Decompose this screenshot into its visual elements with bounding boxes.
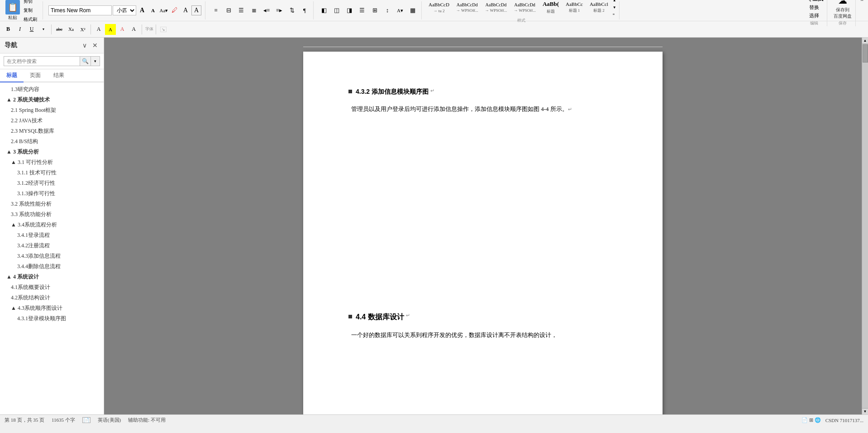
indent-decrease-btn[interactable]: ◂≡ bbox=[261, 5, 272, 16]
right-scroll-down[interactable]: ▼ bbox=[862, 408, 868, 414]
nav-search-input[interactable] bbox=[4, 56, 80, 66]
nav-item-3-4-2[interactable]: 3.4.2注册流程 bbox=[0, 241, 104, 251]
style-item-heading2[interactable]: AaBbCcl 标题 2 bbox=[587, 0, 611, 15]
strikethrough-button[interactable]: abc bbox=[54, 24, 65, 35]
font-size-select[interactable]: 小四 小三 四号 三号 bbox=[113, 5, 136, 15]
select-label[interactable]: 选择 bbox=[809, 12, 819, 19]
section-432-bullet bbox=[348, 90, 352, 93]
replace-btn-row[interactable]: 替换 bbox=[809, 4, 819, 11]
styles-expand[interactable]: ≡ bbox=[613, 12, 616, 16]
subscript-button[interactable]: X₂ bbox=[66, 24, 76, 35]
borders-btn[interactable]: ▦ bbox=[407, 5, 419, 16]
cut-button[interactable]: 剪切 bbox=[22, 0, 39, 5]
font-special-btn[interactable]: A bbox=[191, 5, 201, 15]
nav-item-3-4-4[interactable]: 3.4.4删除信息流程 bbox=[0, 261, 104, 272]
format-paint-button[interactable]: 格式刷 bbox=[22, 15, 39, 24]
view-layout-icon[interactable]: ⊞ bbox=[809, 417, 813, 423]
superscript-button[interactable]: X² bbox=[77, 24, 88, 35]
underline-button[interactable]: U bbox=[26, 24, 37, 35]
font-color2-button[interactable]: A bbox=[117, 24, 128, 35]
nav-search-button[interactable]: 🔍 bbox=[80, 56, 91, 66]
save-label[interactable]: 保存到百度网盘 bbox=[834, 7, 852, 19]
styles-scroll-up[interactable]: ▲ bbox=[613, 0, 616, 2]
nav-item-2-3[interactable]: 2.3 MYSQL数据库 bbox=[0, 126, 104, 136]
find-label[interactable]: 查找 bbox=[812, 0, 823, 3]
nav-item-2[interactable]: ▲2 系统关键技术 bbox=[0, 95, 104, 105]
cols-btn[interactable]: ⊞ bbox=[369, 5, 381, 16]
align-right-btn[interactable]: ◨ bbox=[343, 5, 355, 16]
style-item-wps1[interactable]: AaBbCcDd → WPSOff... bbox=[453, 0, 482, 14]
font-highlight-button[interactable]: A bbox=[105, 24, 116, 35]
nav-item-2-1[interactable]: 2.1 Spring Boot框架 bbox=[0, 105, 104, 115]
list-outline-btn[interactable]: ≣ bbox=[248, 5, 260, 16]
nav-item-2-4[interactable]: 2.4 B/S结构 bbox=[0, 136, 104, 147]
nav-tab-pages[interactable]: 页面 bbox=[24, 69, 47, 82]
nav-item-3-3[interactable]: 3.3 系统功能分析 bbox=[0, 209, 104, 220]
style-item-heading[interactable]: AaBb( 标题 bbox=[539, 0, 562, 16]
indent-increase-btn[interactable]: ≡▸ bbox=[273, 5, 285, 16]
bold-button[interactable]: B bbox=[3, 24, 14, 35]
font-color-a-button[interactable]: A bbox=[93, 24, 104, 35]
nav-item-3-1-1[interactable]: 3.1.1 技术可行性 bbox=[0, 168, 104, 178]
list-ordered-btn[interactable]: ⊟ bbox=[223, 5, 234, 16]
font-color-btn1[interactable]: A bbox=[181, 5, 191, 15]
paste-button[interactable]: 📋 粘贴 bbox=[5, 0, 20, 21]
font-section-expand[interactable]: ↘ bbox=[160, 27, 167, 32]
nav-collapse-btn[interactable]: ∨ bbox=[81, 41, 88, 49]
font-case-btn[interactable]: Aa▾ bbox=[159, 5, 169, 15]
style-item-heading1[interactable]: AaBbCc 标题 1 bbox=[563, 0, 586, 15]
font-name-input[interactable] bbox=[48, 5, 112, 15]
nav-item-3-1-3[interactable]: 3.1.3操作可行性 bbox=[0, 188, 104, 199]
nav-item-4-1[interactable]: 4.1系统概要设计 bbox=[0, 282, 104, 293]
align-justify-btn[interactable]: ☰ bbox=[356, 5, 368, 16]
char-spacing-button[interactable]: A bbox=[129, 24, 139, 35]
styles-scroll-down[interactable]: ▼ bbox=[613, 5, 616, 10]
nav-item-3-4[interactable]: ▲3.4系统流程分析 bbox=[0, 220, 104, 230]
nav-item-2-2[interactable]: 2.2 JAVA技术 bbox=[0, 115, 104, 126]
sort-btn[interactable]: ⇅ bbox=[286, 5, 298, 16]
right-scroll-thumb[interactable] bbox=[863, 44, 868, 63]
paragraph-row1: ≡ ⊟ ☰ ≣ ◂≡ ≡▸ ⇅ ¶ bbox=[210, 5, 310, 16]
align-left-btn[interactable]: ◧ bbox=[318, 5, 330, 16]
list-multi-btn[interactable]: ☰ bbox=[235, 5, 247, 16]
nav-item-3-4-3[interactable]: 3.4.3添加信息流程 bbox=[0, 251, 104, 261]
nav-item-3-2[interactable]: 3.2 系统性能分析 bbox=[0, 199, 104, 209]
nav-search-dropdown[interactable]: ▾ bbox=[91, 56, 100, 66]
nav-tab-results[interactable]: 结果 bbox=[47, 69, 71, 82]
nav-item-3[interactable]: ▲3 系统分析 bbox=[0, 147, 104, 157]
doc-area[interactable]: 4.3.2 添加信息模块顺序图 ↵ 管理员以及用户登录后均可进行添加信息操作，添… bbox=[104, 38, 862, 414]
nav-item-4-3[interactable]: ▲4.3系统顺序图设计 bbox=[0, 303, 104, 313]
nav-item-4-2[interactable]: 4.2系统结构设计 bbox=[0, 293, 104, 303]
page-info: 第 18 页，共 35 页 bbox=[5, 417, 44, 423]
view-web-icon[interactable]: 🌐 bbox=[815, 417, 821, 423]
align-center-btn[interactable]: ◫ bbox=[331, 5, 343, 16]
italic-button[interactable]: I bbox=[14, 24, 25, 35]
toolbar-collapse-btn[interactable]: ∧ bbox=[858, 0, 865, 2]
font-shrink-btn[interactable]: A bbox=[148, 5, 158, 15]
style-item-tu2[interactable]: AaBbCcD → tu 2 bbox=[425, 0, 453, 14]
para-shading-btn[interactable]: A▾ bbox=[394, 5, 406, 16]
list-unordered-btn[interactable]: ≡ bbox=[210, 5, 222, 16]
nav-item-4-3-1[interactable]: 4.3.1登录模块顺序图 bbox=[0, 313, 104, 324]
copy-button[interactable]: 复制 bbox=[22, 6, 39, 14]
select-btn-row[interactable]: 选择 bbox=[809, 12, 819, 19]
show-marks-btn[interactable]: ¶ bbox=[299, 5, 310, 16]
right-scroll-up[interactable]: ▲ bbox=[862, 38, 868, 44]
replace-label[interactable]: 替换 bbox=[809, 4, 819, 11]
line-spacing-btn[interactable]: ↕ bbox=[382, 5, 393, 16]
nav-item-4[interactable]: ▲4 系统设计 bbox=[0, 272, 104, 282]
nav-item-3-4-1[interactable]: 3.4.1登录流程 bbox=[0, 230, 104, 241]
style-label-heading: 标题 bbox=[547, 9, 555, 14]
font-grow-btn[interactable]: A bbox=[137, 5, 147, 15]
style-item-wps3[interactable]: AaBbCcDd → WPSOff... bbox=[510, 0, 539, 14]
underline-style-btn[interactable]: ▾ bbox=[38, 24, 49, 35]
nav-close-btn[interactable]: ✕ bbox=[91, 41, 99, 49]
nav-tab-headings[interactable]: 标题 bbox=[0, 69, 24, 82]
nav-item-1-3[interactable]: 1.3研究内容 bbox=[0, 84, 104, 95]
view-normal-icon[interactable]: 📄 bbox=[801, 417, 808, 423]
doc-page[interactable]: 4.3.2 添加信息模块顺序图 ↵ 管理员以及用户登录后均可进行添加信息操作，添… bbox=[303, 52, 663, 414]
font-clear-btn[interactable]: 🖊 bbox=[170, 5, 180, 15]
style-item-wps2[interactable]: AaBbCcDd → WPSOff... bbox=[482, 0, 510, 14]
nav-item-3-1-2[interactable]: 3.1.2经济可行性 bbox=[0, 178, 104, 188]
nav-item-3-1[interactable]: ▲3.1 可行性分析 bbox=[0, 157, 104, 168]
